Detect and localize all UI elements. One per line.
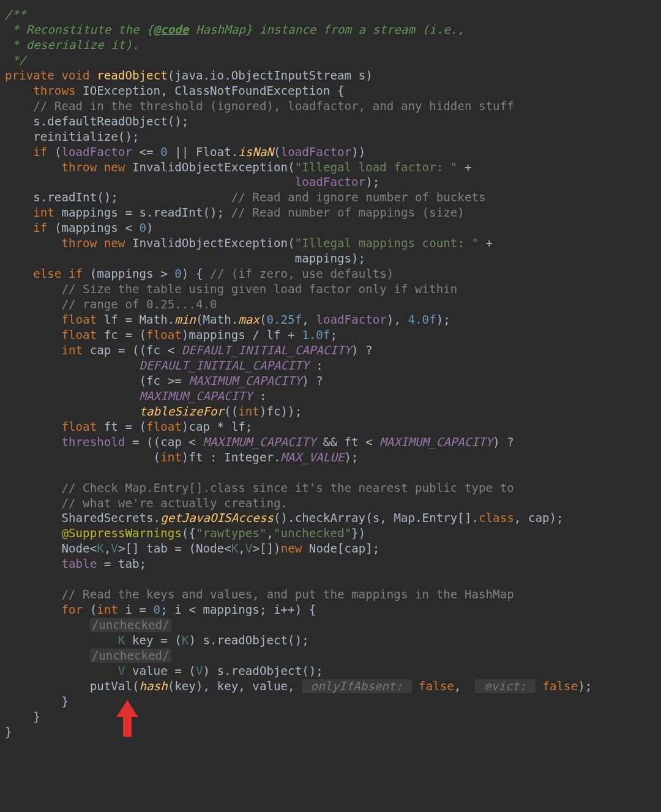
lf-a: lf = Math. [97,313,174,327]
fc-c: ; [330,328,337,342]
sw-c: }) [351,526,365,540]
if1-if: if [33,145,47,159]
thr1-lp: ( [288,160,295,174]
if1-lf2: loadFactor [281,145,352,159]
method-name: readObject [97,69,168,83]
put-hint1: onlyIfAbsent: [302,679,411,693]
if1-op1: <= [132,145,160,159]
node-k1: K [97,542,104,556]
ss-c: , cap); [514,511,564,525]
lf-n1: 0.25f [266,313,302,327]
throws-ex1: IOException [83,84,160,98]
cap5-cast: int [238,404,260,419]
c4: // Read the keys and values, and put the… [61,587,513,602]
thr1-lf: loadFactor [295,175,366,189]
ft-a: ft = ( [97,420,146,434]
fc-b: )mappings / lf + [182,328,302,342]
thr-fld: threshold [61,435,125,449]
ft-cast: float [146,420,182,434]
c3a: // Check Map.Entry[].class since it's th… [61,481,513,495]
code-editor[interactable]: /** * Reconstitute the {@code HashMap} i… [0,0,661,748]
sig-param: java.io.ObjectInputStream s [174,69,365,83]
thr2-cast: int [160,450,182,464]
thr1-new: new [104,160,125,174]
ri-a: s.readInt(); [33,190,118,204]
if2-if: if [33,221,47,235]
if1-lp: ( [47,145,61,159]
val-a: value = ( [125,664,196,678]
lf-d: , [302,313,316,327]
cap4-mc: MAXIMUM_CAPACITY [140,389,253,403]
for-zero: 0 [154,603,161,617]
lf-min: min [174,313,196,327]
thr2-plus: + [479,236,493,250]
thr2-b: )ft : Integer. [182,450,281,464]
thr2-c: ); [345,450,359,464]
elif-c: // (if zero, use defaults) [210,267,394,281]
map-var: mappings = s.readInt(); [54,206,231,220]
sig-lp: ( [168,69,175,83]
lf-float: float [61,313,97,327]
node-new: new [281,542,302,556]
val-v: V [118,664,125,678]
cap5-a: (( [224,404,238,419]
key-a: key = ( [125,633,181,647]
put-d: ); [578,679,592,693]
dro-a: s. [33,114,47,129]
cap1-b: ) ? [351,343,373,357]
fc-a: fc = ( [97,328,146,342]
javadoc-close: */ [5,53,26,67]
for-a: ( [83,603,97,617]
javadoc-line1a: * Reconstitute the { [5,23,154,37]
cap3-b: ) ? [302,374,323,388]
cap3-mc: MAXIMUM_CAPACITY [189,374,302,388]
sw-ann: @SuppressWarnings [61,526,181,540]
val-b: ) s.readObject(); [203,664,323,678]
tab-fld: table [61,557,97,571]
cap1-dic: DEFAULT_INITIAL_CAPACITY [182,343,351,357]
lf-b: (Math. [196,313,238,327]
node-v1: V [111,542,118,556]
lf-c: ( [260,313,267,327]
thr2-str: "Illegal mappings count: " [295,236,479,250]
if1-rp: )) [351,145,365,159]
for-for: for [61,603,83,617]
cap-int: int [61,343,83,357]
thr-mc1: MAXIMUM_CAPACITY [203,435,316,449]
lf-e: ), [387,313,408,327]
cap5-fn: tableSizeFor [140,404,225,419]
put-f1: false [419,679,454,693]
c2a: // Size the table using given load facto… [61,282,457,296]
node-v2: V [245,542,253,556]
comment-1: // Read in the threshold (ignored), load… [33,99,514,113]
thr-b: && ft < [316,435,379,449]
fc-float: float [61,328,97,342]
thr2-lp: ( [288,236,295,250]
tab-a: = tab; [97,557,146,571]
sw-s1: "rawtypes" [196,526,267,540]
if1-or: || [168,145,196,159]
node-c1: , [104,542,111,556]
if1-lf1: loadFactor [61,145,132,159]
cap1-a: cap = ((fc < [83,343,182,357]
elif-zero: 0 [174,267,182,281]
hint-unchecked-2: /unchecked/ [90,649,171,663]
sw-b: , [266,526,274,540]
key-k2: K [182,633,189,647]
lf-max: max [238,313,260,327]
c2b: // range of 0.25...4.0 [61,297,217,311]
kw-private: private [5,69,54,83]
for-int: int [97,603,118,617]
cap3-a: (fc >= [140,374,189,388]
thr2-mv: MAX_VALUE [281,450,345,464]
reinit-a: reinitialize [33,130,118,144]
cap5-b: )fc)); [260,404,302,419]
node-a: Node< [61,542,97,556]
brace-elif: } [33,710,40,724]
sig-rp: ) [365,69,373,83]
ss-cls: class [479,511,514,525]
reinit-b: (); [118,130,140,144]
key-b: ) s.readObject(); [189,633,308,647]
dro-c: (); [168,114,189,129]
brace-method: } [5,725,12,739]
